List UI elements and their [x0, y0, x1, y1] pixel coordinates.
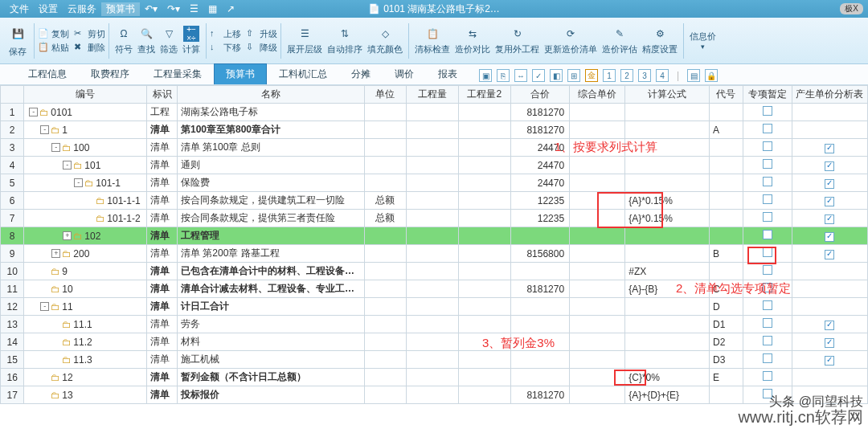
tab-6[interactable]: 调价 [383, 63, 426, 84]
col-header[interactable]: 专项暂定 [743, 86, 792, 104]
paste-button[interactable]: 📋粘贴 [38, 42, 69, 54]
cut-button[interactable]: ✂剪切 [74, 28, 105, 40]
expand-toggle-icon[interactable]: - [29, 108, 38, 116]
table-row[interactable]: 1-🗀0101工程湖南某公路电子标8181270 [1, 104, 868, 121]
tool-icon[interactable]: ▤ [687, 69, 700, 82]
table-row[interactable]: 12-🗀11清单计日工合计D [1, 298, 868, 316]
generate-checkbox[interactable] [825, 179, 834, 189]
tab-1[interactable]: 取费程序 [79, 63, 141, 84]
tool-icon[interactable]: ⊞ [567, 69, 580, 82]
priceeval-button[interactable]: ✎造价评估 [602, 26, 637, 55]
table-row[interactable]: 8+🗀102清单工程管理 [1, 227, 868, 245]
special-checkbox[interactable] [763, 300, 772, 310]
movedown-button[interactable]: ↓下移 [210, 42, 241, 54]
special-checkbox[interactable] [763, 353, 772, 363]
infoprice-button[interactable]: 信息价▾ [690, 31, 716, 51]
tool-num-1[interactable]: 1 [603, 69, 616, 82]
expand-button[interactable]: ☰展开层级 [287, 26, 322, 55]
col-header[interactable]: 计算公式 [625, 86, 710, 104]
expand-toggle-icon[interactable]: - [74, 178, 83, 187]
special-checkbox[interactable] [763, 336, 772, 345]
pricecmp-button[interactable]: ⇆造价对比 [455, 26, 490, 55]
generate-checkbox[interactable] [825, 232, 834, 242]
col-header[interactable]: 合价 [510, 86, 569, 104]
table-row[interactable]: 4-🗀101清单通则24470 [1, 157, 868, 174]
menu-file[interactable]: 文件 [5, 2, 34, 16]
tool-icon[interactable]: ◧ [550, 69, 563, 82]
menu-cloud[interactable]: 云服务 [63, 2, 101, 16]
table-row[interactable]: 10🗀9清单已包含在清单合计中的材料、工程设备…#ZX [1, 263, 868, 280]
tab-2[interactable]: 工程量采集 [141, 63, 214, 84]
table-row[interactable]: 6🗀101-1-1清单按合同条款规定，提供建筑工程一切险总额12235{A}*0… [1, 192, 868, 210]
expand-toggle-icon[interactable]: - [40, 125, 49, 134]
tool-icon[interactable]: 🔒 [705, 69, 718, 82]
find-button[interactable]: 🔍查找 [137, 26, 155, 55]
downgrade-button[interactable]: ⇩降级 [246, 42, 277, 54]
col-header[interactable]: 工程量2 [458, 86, 510, 104]
col-header[interactable]: 单位 [364, 86, 406, 104]
generate-checkbox[interactable] [825, 321, 834, 330]
special-checkbox[interactable] [763, 194, 772, 204]
tool-num-4[interactable]: 4 [656, 69, 669, 82]
filter-button[interactable]: ▽筛选 [160, 26, 178, 55]
special-checkbox[interactable] [763, 230, 772, 239]
special-checkbox[interactable] [763, 265, 772, 275]
generate-checkbox[interactable] [825, 214, 834, 224]
tool-icon-gold[interactable]: 金 [585, 69, 598, 82]
tool-icon[interactable]: ▣ [479, 69, 492, 82]
special-checkbox[interactable] [763, 124, 772, 133]
updatelist-button[interactable]: ⟳更新造价清单 [544, 26, 597, 55]
tab-7[interactable]: 报表 [426, 63, 469, 84]
tool-icon[interactable]: ↔ [514, 69, 527, 82]
qat-icon-1[interactable]: ☰ [185, 3, 203, 14]
menu-budget[interactable]: 预算书 [101, 2, 140, 16]
special-checkbox[interactable] [763, 371, 772, 381]
special-checkbox[interactable] [763, 212, 772, 222]
moveup-button[interactable]: ↑上移 [210, 28, 241, 40]
expand-toggle-icon[interactable]: - [51, 143, 60, 152]
special-checkbox[interactable] [763, 283, 772, 292]
col-header[interactable]: 编号 [24, 86, 147, 104]
table-row[interactable]: 5-🗀101-1清单保险费24470 [1, 174, 868, 192]
col-header[interactable]: 综合单价 [570, 86, 625, 104]
table-row[interactable]: 16🗀12清单暂列金额（不含计日工总额）{C}*0%E [1, 369, 868, 386]
special-checkbox[interactable] [763, 318, 772, 328]
generate-checkbox[interactable] [825, 356, 834, 366]
tab-3[interactable]: 预算书 [214, 63, 267, 84]
col-header[interactable]: 工程量 [406, 86, 458, 104]
reuse-button[interactable]: ↻复用外工程 [495, 26, 539, 55]
expand-toggle-icon[interactable]: - [63, 161, 72, 170]
menu-settings[interactable]: 设置 [34, 2, 63, 16]
table-row[interactable]: 3-🗀100清单清单 第100章 总则24470 [1, 139, 868, 157]
expand-toggle-icon[interactable]: + [51, 249, 60, 258]
tool-icon[interactable]: ✓ [532, 69, 545, 82]
qat-icon-3[interactable]: ↗ [222, 3, 240, 14]
generate-checkbox[interactable] [825, 338, 834, 348]
calc-button[interactable]: +−×÷计算 [182, 26, 200, 55]
delete-button[interactable]: ✖删除 [74, 42, 105, 54]
table-row[interactable]: 2-🗀1清单第100章至第800章合计8181270A [1, 121, 868, 139]
tab-0[interactable]: 工程信息 [16, 63, 79, 84]
table-row[interactable]: 14🗀11.2清单材料D2 [1, 333, 868, 351]
special-checkbox[interactable] [763, 159, 772, 169]
generate-checkbox[interactable] [825, 197, 834, 206]
special-checkbox[interactable] [763, 141, 772, 151]
precision-button[interactable]: ⚙精度设置 [642, 26, 678, 55]
col-header[interactable]: 标识 [147, 86, 178, 104]
save-button[interactable]: 💾保存 [7, 23, 28, 58]
tool-icon[interactable]: ⎘ [497, 69, 510, 82]
generate-checkbox[interactable] [825, 161, 834, 171]
special-checkbox[interactable] [763, 247, 772, 257]
copy-button[interactable]: 📄复制 [38, 28, 69, 40]
upgrade-button[interactable]: ⇧升级 [246, 28, 277, 40]
table-row[interactable]: 9+🗀200清单清单 第200章 路基工程8156800B [1, 245, 868, 263]
generate-checkbox[interactable] [825, 250, 834, 259]
table-row[interactable]: 17🗀13清单投标报价8181270{A}+{D}+{E} [1, 386, 868, 404]
expand-toggle-icon[interactable]: - [40, 302, 49, 311]
special-checkbox[interactable] [763, 177, 772, 186]
autosort-button[interactable]: ⇅自动排序 [327, 26, 362, 55]
generate-checkbox[interactable] [825, 144, 834, 153]
table-row[interactable]: 11🗀10清单清单合计减去材料、工程设备、专业工…8181270{A}-{B}C [1, 280, 868, 298]
tab-5[interactable]: 分摊 [339, 63, 383, 84]
tab-4[interactable]: 工料机汇总 [267, 63, 339, 84]
